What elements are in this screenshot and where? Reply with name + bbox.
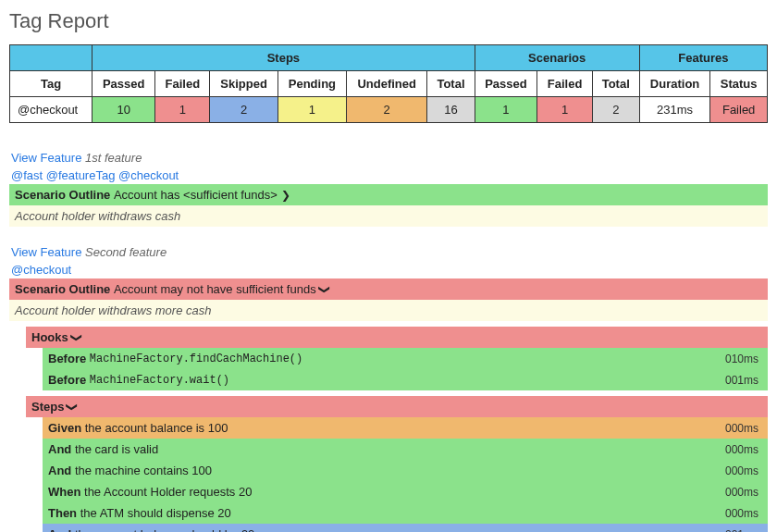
hook-keyword: Before — [48, 373, 86, 387]
cell-pending: 1 — [278, 97, 346, 123]
cell-failed: 1 — [155, 97, 210, 123]
cell-sfailed: 1 — [537, 97, 592, 123]
col-status: Status — [710, 71, 768, 97]
summary-table: Steps Scenarios Features Tag Passed Fail… — [9, 44, 768, 123]
hook-text: MachineFactory.wait() — [90, 374, 725, 387]
hook-text: MachineFactory.findCachMachine() — [90, 353, 725, 365]
cell-stotal: 2 — [592, 97, 639, 123]
group-scenarios: Scenarios — [475, 45, 639, 71]
feature-name: 1st feature — [85, 151, 142, 165]
col-passed: Passed — [92, 71, 155, 97]
step-row: When the Account Holder requests 20000ms — [43, 481, 768, 502]
step-row: Given the account balance is 100000ms — [43, 417, 768, 439]
chevron-down-icon: ❯ — [66, 402, 79, 412]
col-pending: Pending — [278, 71, 346, 97]
step-keyword: And — [48, 442, 71, 456]
hook-row: Before MachineFactory.findCachMachine()0… — [43, 348, 768, 369]
hook-duration: 001ms — [725, 374, 762, 387]
chevron-right-icon: ❯ — [281, 189, 290, 202]
step-keyword: And — [48, 464, 71, 477]
step-text: the machine contains 100 — [75, 464, 725, 477]
hook-duration: 010ms — [725, 353, 762, 365]
hooks-label: Hooks — [31, 330, 68, 344]
col-stotal: Total — [592, 71, 639, 97]
feature-tags[interactable]: @fast @featureTag @checkout — [9, 167, 768, 184]
scenario-desc: Account holder withdraws cash — [9, 205, 768, 227]
step-row: Then the ATM should dispense 20000ms — [43, 502, 768, 524]
step-text: the account balance is 100 — [85, 421, 725, 435]
feature-name: Second feature — [85, 245, 166, 259]
step-text: the account balance should be 90 — [75, 527, 725, 532]
cell-passed: 10 — [92, 97, 155, 123]
col-tag: Tag — [10, 71, 92, 97]
cell-duration: 231ms — [639, 97, 709, 123]
view-feature-link[interactable]: View Feature — [11, 151, 81, 165]
col-total: Total — [427, 71, 475, 97]
scenario-text: Account may not have sufficient funds — [114, 282, 316, 296]
step-row: And the account balance should be 90001m… — [43, 524, 768, 532]
step-text: the card is valid — [75, 442, 725, 456]
steps-label: Steps — [31, 400, 64, 414]
step-duration: 000ms — [725, 443, 762, 456]
feature-block-1: View Feature 1st feature @fast @featureT… — [9, 149, 768, 227]
col-sfailed: Failed — [537, 71, 592, 97]
step-keyword: When — [48, 485, 80, 499]
step-row: And the machine contains 100000ms — [43, 460, 768, 481]
scenario-outline-label: Scenario Outline — [15, 188, 110, 202]
view-feature-link[interactable]: View Feature — [11, 245, 81, 259]
step-duration: 000ms — [725, 507, 762, 520]
group-features: Features — [639, 45, 767, 71]
col-skipped: Skipped — [210, 71, 278, 97]
scenario-desc: Account holder withdraws more cash — [9, 300, 768, 321]
step-duration: 000ms — [725, 486, 762, 499]
step-text: the ATM should dispense 20 — [80, 506, 725, 520]
scenario-row-passed[interactable]: Scenario Outline Account has <sufficient… — [9, 184, 768, 205]
step-text: the Account Holder requests 20 — [84, 485, 725, 499]
hooks-header[interactable]: Hooks ❯ — [26, 327, 768, 348]
scenario-row-failed[interactable]: Scenario Outline Account may not have su… — [9, 278, 768, 300]
cell-total: 16 — [427, 97, 475, 123]
step-keyword: Then — [48, 506, 77, 520]
cell-tag[interactable]: @checkout — [10, 97, 92, 123]
chevron-down-icon: ❯ — [70, 333, 83, 342]
cell-skipped: 2 — [210, 97, 278, 123]
col-spassed: Passed — [475, 71, 537, 97]
step-keyword: Given — [48, 421, 81, 435]
scenario-outline-label: Scenario Outline — [15, 282, 110, 296]
col-duration: Duration — [639, 71, 709, 97]
steps-header[interactable]: Steps ❯ — [26, 396, 768, 417]
step-keyword: And — [48, 527, 71, 532]
feature-block-2: View Feature Second feature @checkout Sc… — [9, 243, 768, 532]
cell-status: Failed — [710, 97, 768, 123]
chevron-down-icon: ❯ — [318, 285, 331, 294]
scenario-text: Account has <sufficient funds> — [114, 188, 278, 202]
step-duration: 001ms — [725, 528, 762, 533]
hook-keyword: Before — [48, 352, 86, 365]
step-duration: 000ms — [725, 422, 762, 435]
feature-tags[interactable]: @checkout — [9, 261, 768, 278]
cell-spassed: 1 — [475, 97, 537, 123]
col-failed: Failed — [155, 71, 210, 97]
hook-row: Before MachineFactory.wait()001ms — [43, 369, 768, 390]
col-undefined: Undefined — [346, 71, 426, 97]
step-row: And the card is valid000ms — [43, 439, 768, 460]
page-title: Tag Report — [9, 9, 768, 33]
cell-undefined: 2 — [346, 97, 426, 123]
step-duration: 000ms — [725, 464, 762, 477]
table-row: @checkout 10 1 2 1 2 16 1 1 2 231ms Fail… — [10, 97, 768, 123]
group-steps: Steps — [92, 45, 475, 71]
